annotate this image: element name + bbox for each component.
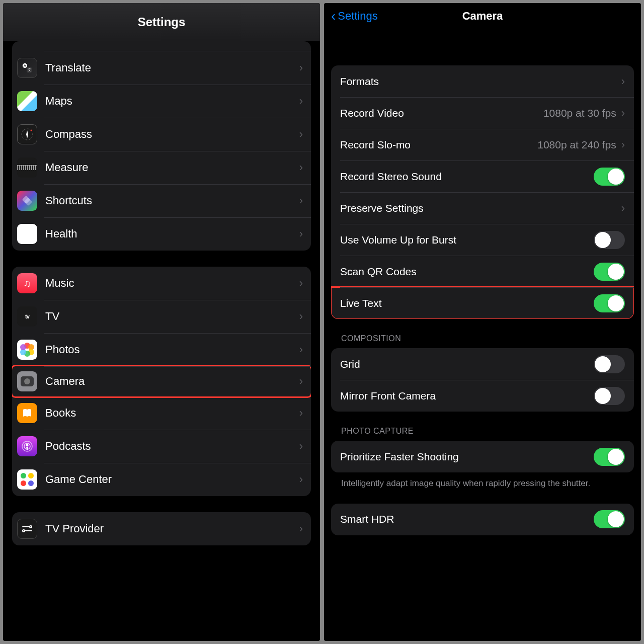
setting-stereo-sound[interactable]: Record Stereo Sound xyxy=(331,160,634,192)
camera-group-main: Formats › Record Video 1080p at 30 fps ›… xyxy=(331,65,634,319)
toggle-scan-qr[interactable] xyxy=(594,263,625,281)
shortcuts-icon xyxy=(17,191,37,211)
setting-prioritize-faster[interactable]: Prioritize Faster Shooting xyxy=(331,441,634,472)
list-item-translate[interactable]: A文 Translate › xyxy=(12,51,311,85)
list-label: Podcasts xyxy=(45,440,299,453)
list-item-measure[interactable]: Measure › xyxy=(12,151,311,184)
chevron-right-icon: › xyxy=(299,473,303,486)
settings-group-2: ♫ Music › tv TV › Photos › Camera › xyxy=(12,267,311,496)
chevron-right-icon: › xyxy=(299,227,303,240)
setting-value: 1080p at 30 fps xyxy=(543,107,616,119)
maps-icon xyxy=(17,91,37,111)
chevron-right-icon: › xyxy=(299,522,303,535)
settings-group-3: TV Provider › xyxy=(12,512,311,545)
measure-icon xyxy=(17,157,37,178)
toggle-stereo[interactable] xyxy=(594,168,625,186)
list-item-maps[interactable]: Maps › xyxy=(12,85,311,118)
toggle-volume-burst[interactable] xyxy=(594,231,625,249)
list-label: Translate xyxy=(45,61,299,74)
setting-mirror-front[interactable]: Mirror Front Camera xyxy=(331,380,634,412)
list-item-gamecenter[interactable]: Game Center › xyxy=(12,463,311,496)
toggle-mirror-front[interactable] xyxy=(594,387,625,405)
list-item-tvprovider[interactable]: TV Provider › xyxy=(12,512,311,545)
chevron-left-icon: ‹ xyxy=(331,9,336,23)
setting-label: Scan QR Codes xyxy=(340,266,594,278)
back-label: Settings xyxy=(338,10,378,23)
music-icon: ♫ xyxy=(17,273,37,293)
list-item-camera[interactable]: Camera › xyxy=(12,365,311,398)
list-item-compass[interactable]: Compass › xyxy=(12,118,311,151)
list-label: Maps xyxy=(45,95,299,108)
compass-icon xyxy=(17,124,37,144)
setting-value: 1080p at 240 fps xyxy=(537,139,616,151)
setting-label: Record Video xyxy=(340,107,543,119)
back-button[interactable]: ‹ Settings xyxy=(331,9,378,23)
podcasts-icon xyxy=(17,436,37,456)
list-label: Music xyxy=(45,277,299,290)
setting-record-slomo[interactable]: Record Slo-mo 1080p at 240 fps › xyxy=(331,129,634,160)
setting-label: Mirror Front Camera xyxy=(340,390,594,402)
camera-group-capture: Prioritize Faster Shooting xyxy=(331,441,634,472)
chevron-right-icon: › xyxy=(299,310,303,323)
settings-list[interactable]: A文 Translate › Maps › Compass › Measure xyxy=(3,41,320,641)
toggle-grid[interactable] xyxy=(594,355,625,373)
chevron-right-icon: › xyxy=(299,95,303,108)
setting-label: Record Stereo Sound xyxy=(340,171,594,183)
toggle-smart-hdr[interactable] xyxy=(594,510,625,528)
list-label: Shortcuts xyxy=(45,194,299,207)
chevron-right-icon: › xyxy=(299,375,303,388)
list-label: Health xyxy=(45,227,299,240)
section-header-capture: Photo Capture xyxy=(331,412,634,441)
camera-icon xyxy=(17,371,37,391)
list-item-partial[interactable] xyxy=(12,41,311,51)
page-title: Settings xyxy=(3,3,320,41)
setting-preserve[interactable]: Preserve Settings › xyxy=(331,192,634,224)
gamecenter-icon xyxy=(17,469,37,490)
svg-marker-5 xyxy=(26,130,28,138)
list-label: Measure xyxy=(45,161,299,174)
books-icon xyxy=(17,403,37,423)
list-label: Game Center xyxy=(45,473,299,486)
camera-group-hdr: Smart HDR xyxy=(331,504,634,535)
list-label: Books xyxy=(45,407,299,420)
list-item-health[interactable]: ♥ Health › xyxy=(12,217,311,251)
photos-icon xyxy=(17,340,37,360)
list-item-shortcuts[interactable]: Shortcuts › xyxy=(12,184,311,217)
nav-bar: ‹ Settings Camera xyxy=(324,3,641,29)
setting-grid[interactable]: Grid xyxy=(331,348,634,380)
settings-screen: Settings A文 Translate › Maps › xyxy=(3,3,320,641)
setting-formats[interactable]: Formats › xyxy=(331,65,634,97)
setting-label: Smart HDR xyxy=(340,513,594,525)
setting-record-video[interactable]: Record Video 1080p at 30 fps › xyxy=(331,97,634,129)
list-label: Camera xyxy=(45,375,299,388)
svg-text:A: A xyxy=(24,63,26,68)
chevron-right-icon: › xyxy=(621,202,625,215)
svg-point-13 xyxy=(23,530,25,532)
chevron-right-icon: › xyxy=(299,277,303,290)
list-item-podcasts[interactable]: Podcasts › xyxy=(12,430,311,463)
setting-smart-hdr[interactable]: Smart HDR xyxy=(331,504,634,535)
chevron-right-icon: › xyxy=(621,75,625,88)
list-item-photos[interactable]: Photos › xyxy=(12,333,311,366)
camera-settings-list[interactable]: Formats › Record Video 1080p at 30 fps ›… xyxy=(324,29,641,535)
tv-icon: tv xyxy=(17,306,37,327)
chevron-right-icon: › xyxy=(299,128,303,141)
setting-live-text[interactable]: Live Text xyxy=(331,287,634,319)
health-icon: ♥ xyxy=(17,224,37,244)
chevron-right-icon: › xyxy=(299,61,303,74)
setting-label: Use Volume Up for Burst xyxy=(340,234,594,246)
translate-icon: A文 xyxy=(17,58,37,78)
list-item-tv[interactable]: tv TV › xyxy=(12,300,311,333)
setting-label: Prioritize Faster Shooting xyxy=(340,451,594,463)
section-footer-capture: Intelligently adapt image quality when r… xyxy=(331,472,634,490)
setting-volume-burst[interactable]: Use Volume Up for Burst xyxy=(331,224,634,256)
setting-scan-qr[interactable]: Scan QR Codes xyxy=(331,256,634,287)
chevron-right-icon: › xyxy=(299,440,303,453)
tvprovider-icon xyxy=(17,519,37,539)
svg-point-6 xyxy=(31,130,32,131)
list-item-music[interactable]: ♫ Music › xyxy=(12,267,311,300)
toggle-live-text[interactable] xyxy=(594,294,625,312)
list-label: TV xyxy=(45,310,299,323)
list-item-books[interactable]: Books › xyxy=(12,396,311,430)
toggle-prioritize-faster[interactable] xyxy=(594,448,625,466)
